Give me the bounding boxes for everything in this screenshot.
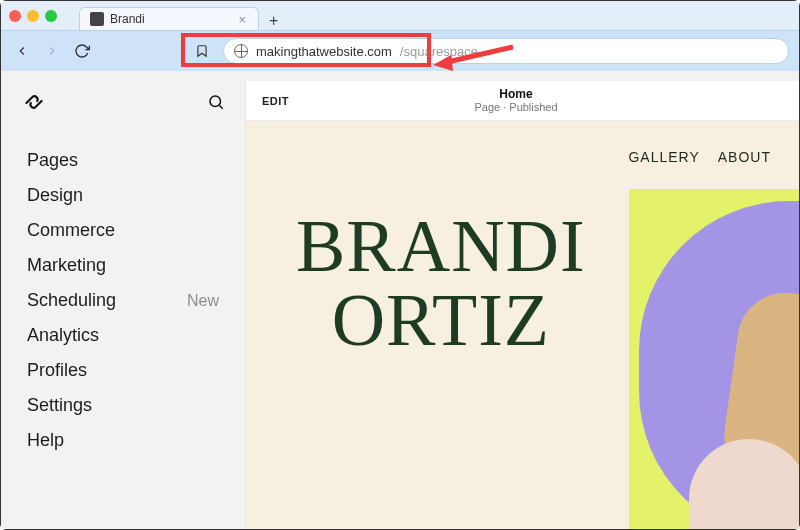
- reload-button[interactable]: [71, 40, 93, 62]
- hero-text: BRANDI ORTIZ: [296, 209, 586, 357]
- window-zoom-button[interactable]: [45, 10, 57, 22]
- hero-line-1: BRANDI: [296, 209, 586, 283]
- svg-line-3: [219, 105, 222, 108]
- forward-button[interactable]: [41, 40, 63, 62]
- nav-link-about[interactable]: ABOUT: [718, 149, 771, 165]
- globe-icon: [234, 44, 248, 58]
- sidebar-item-label: Help: [27, 430, 64, 451]
- edit-button[interactable]: EDIT: [262, 95, 289, 107]
- url-host: makingthatwebsite.com: [256, 44, 392, 59]
- bookmark-icon[interactable]: [191, 40, 213, 62]
- window-close-button[interactable]: [9, 10, 21, 22]
- sidebar-item-label: Settings: [27, 395, 92, 416]
- sidebar-item-label: Profiles: [27, 360, 87, 381]
- close-tab-icon[interactable]: ×: [236, 13, 248, 26]
- sidebar-item-label: Scheduling: [27, 290, 116, 311]
- url-bar[interactable]: makingthatwebsite.com/squarespace: [223, 38, 789, 64]
- sidebar-item-scheduling[interactable]: SchedulingNew: [27, 283, 219, 318]
- app-content: Pages Design Commerce Marketing Scheduli…: [1, 71, 799, 529]
- sidebar-item-label: Analytics: [27, 325, 99, 346]
- hero-line-2: ORTIZ: [296, 283, 586, 357]
- site-nav: GALLERY ABOUT: [628, 149, 771, 165]
- browser-tab[interactable]: Brandi ×: [79, 7, 259, 30]
- new-tab-button[interactable]: +: [259, 12, 288, 30]
- sidebar: Pages Design Commerce Marketing Scheduli…: [1, 71, 245, 529]
- squarespace-logo-icon[interactable]: [21, 89, 47, 115]
- sidebar-item-commerce[interactable]: Commerce: [27, 213, 219, 248]
- sidebar-item-help[interactable]: Help: [27, 423, 219, 458]
- tab-strip: Brandi × +: [79, 1, 288, 30]
- nav-link-gallery[interactable]: GALLERY: [628, 149, 699, 165]
- sidebar-item-profiles[interactable]: Profiles: [27, 353, 219, 388]
- sidebar-item-label: Pages: [27, 150, 78, 171]
- page-title: Home: [289, 87, 743, 101]
- page-status: Page · Published: [289, 101, 743, 114]
- browser-window: Brandi × + makingthatwebsite.com/squa: [0, 0, 800, 530]
- window-minimize-button[interactable]: [27, 10, 39, 22]
- browser-toolbar: makingthatwebsite.com/squarespace: [1, 31, 799, 71]
- svg-point-2: [210, 96, 221, 107]
- browser-chrome: Brandi × + makingthatwebsite.com/squa: [1, 1, 799, 71]
- back-button[interactable]: [11, 40, 33, 62]
- search-icon[interactable]: [207, 93, 225, 111]
- titlebar: Brandi × +: [1, 1, 799, 31]
- tab-title: Brandi: [110, 12, 145, 26]
- sidebar-item-analytics[interactable]: Analytics: [27, 318, 219, 353]
- url-path: /squarespace: [400, 44, 478, 59]
- new-badge: New: [187, 292, 219, 310]
- editor-canvas: EDIT Home Page · Published GALLERY ABOUT…: [245, 81, 799, 529]
- page-info[interactable]: Home Page · Published: [289, 87, 743, 115]
- sidebar-item-marketing[interactable]: Marketing: [27, 248, 219, 283]
- site-preview[interactable]: GALLERY ABOUT BRANDI ORTIZ: [246, 121, 799, 529]
- sidebar-item-label: Marketing: [27, 255, 106, 276]
- sidebar-item-design[interactable]: Design: [27, 178, 219, 213]
- sidebar-item-label: Design: [27, 185, 83, 206]
- sidebar-menu: Pages Design Commerce Marketing Scheduli…: [1, 143, 245, 458]
- sidebar-item-pages[interactable]: Pages: [27, 143, 219, 178]
- canvas-topbar: EDIT Home Page · Published: [246, 81, 799, 121]
- sidebar-item-label: Commerce: [27, 220, 115, 241]
- sidebar-item-settings[interactable]: Settings: [27, 388, 219, 423]
- favicon-icon: [90, 12, 104, 26]
